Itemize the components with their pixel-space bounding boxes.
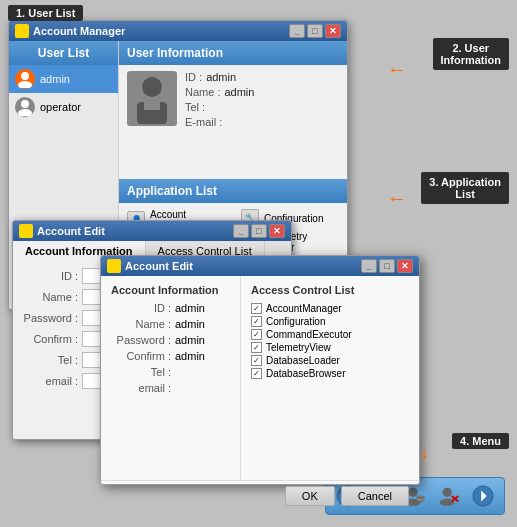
- acl-label-telemetry-view: TelemetryView: [266, 342, 331, 353]
- account-edit-2-title-left: Account Edit: [107, 259, 193, 273]
- svg-point-19: [443, 488, 452, 497]
- checkbox-database-browser[interactable]: ✓: [251, 368, 262, 379]
- annotation-4-label: 4. Menu: [452, 433, 509, 449]
- form-label-id-1: ID :: [23, 270, 78, 282]
- annotation-2-label: 2. UserInformation: [433, 38, 510, 70]
- email-label: E-mail :: [185, 116, 222, 128]
- svg-point-1: [18, 81, 32, 88]
- form-value-name-2: admin: [175, 318, 205, 330]
- acl-item-database-loader[interactable]: ✓ DatabaseLoader: [251, 354, 409, 367]
- acl-label-configuration: Configuration: [266, 316, 325, 327]
- account-edit-2-close[interactable]: ✕: [397, 259, 413, 273]
- acl-label-database-loader: DatabaseLoader: [266, 355, 340, 366]
- name-value: admin: [224, 86, 254, 98]
- account-edit-2-minimize[interactable]: _: [361, 259, 377, 273]
- checkbox-telemetry-view[interactable]: ✓: [251, 342, 262, 353]
- acl-item-database-browser[interactable]: ✓ DatabaseBrowser: [251, 367, 409, 380]
- user-name-operator: operator: [40, 101, 81, 113]
- acl-item-configuration[interactable]: ✓ Configuration: [251, 315, 409, 328]
- field-row-id: ID : admin: [185, 71, 254, 83]
- acl-label-account-manager: AccountManager: [266, 303, 342, 314]
- form-row-password-2: Password : admin: [111, 334, 230, 346]
- form-label-name-2: Name :: [111, 318, 171, 330]
- svg-point-3: [18, 109, 32, 116]
- svg-rect-6: [144, 102, 160, 110]
- form-label-tel-2: Tel :: [111, 366, 171, 378]
- access-control-col-header: Access Control List: [251, 284, 409, 296]
- account-edit-2-maximize[interactable]: □: [379, 259, 395, 273]
- form-row-email-2: email :: [111, 382, 230, 394]
- form-row-name-2: Name : admin: [111, 318, 230, 330]
- user-info-title: User Information: [127, 46, 223, 60]
- account-edit-2-titlebar: Account Edit _ □ ✕: [101, 256, 419, 276]
- user-item-operator[interactable]: operator: [9, 93, 118, 121]
- form-value-password-2: admin: [175, 334, 205, 346]
- acl-item-account-manager[interactable]: ✓ AccountManager: [251, 302, 409, 315]
- field-row-tel: Tel :: [185, 101, 254, 113]
- titlebar-icon: [15, 24, 29, 38]
- account-edit-1-icon: [19, 224, 33, 238]
- form-label-name-1: Name :: [23, 291, 78, 303]
- user-fields: ID : admin Name : admin Tel : E-mail :: [185, 71, 254, 128]
- ok-button[interactable]: OK: [285, 486, 335, 506]
- name-label: Name :: [185, 86, 220, 98]
- user-list-header: User List: [9, 41, 118, 65]
- account-info-col-header: Account Information: [111, 284, 230, 296]
- acl-item-command-executor[interactable]: ✓ CommandExecutor: [251, 328, 409, 341]
- titlebar-left: Account Manager: [15, 24, 125, 38]
- acl-label-database-browser: DatabaseBrowser: [266, 368, 345, 379]
- user-avatar-admin: [15, 69, 35, 89]
- dialog-footer: OK Cancel: [101, 480, 419, 511]
- user-delete-button[interactable]: [434, 482, 464, 510]
- field-row-name: Name : admin: [185, 86, 254, 98]
- forward-button[interactable]: [468, 482, 498, 510]
- account-edit-1-title: Account Edit: [37, 225, 105, 237]
- checkbox-configuration[interactable]: ✓: [251, 316, 262, 327]
- form-row-tel-2: Tel :: [111, 366, 230, 378]
- form-row-confirm-2: Confirm : admin: [111, 350, 230, 362]
- close-button[interactable]: ✕: [325, 24, 341, 38]
- annotation-1-label: 1. User List: [8, 5, 83, 21]
- account-edit-1-title-left: Account Edit: [19, 224, 105, 238]
- account-edit-2-form: ID : admin Name : admin Password : admin…: [111, 302, 230, 394]
- svg-point-0: [21, 72, 29, 80]
- user-info-body: ID : admin Name : admin Tel : E-mail :: [119, 65, 347, 179]
- form-row-id-2: ID : admin: [111, 302, 230, 314]
- form-value-id-2: admin: [175, 302, 205, 314]
- id-value: admin: [206, 71, 236, 83]
- account-info-col: Account Information ID : admin Name : ad…: [101, 276, 241, 480]
- checkbox-command-executor[interactable]: ✓: [251, 329, 262, 340]
- id-label: ID :: [185, 71, 202, 83]
- annotation-3-arrow: ←: [387, 187, 407, 210]
- main-titlebar: Account Manager _ □ ✕: [9, 21, 347, 41]
- form-label-confirm-1: Confirm :: [23, 333, 78, 345]
- form-label-tel-1: Tel :: [23, 354, 78, 366]
- account-edit-2-title: Account Edit: [125, 260, 193, 272]
- app-list-header: Application List: [119, 179, 347, 203]
- account-edit-2-btns: _ □ ✕: [361, 259, 413, 273]
- checkbox-database-loader[interactable]: ✓: [251, 355, 262, 366]
- cancel-button[interactable]: Cancel: [341, 486, 409, 506]
- acl-item-telemetry-view[interactable]: ✓ TelemetryView: [251, 341, 409, 354]
- minimize-button[interactable]: _: [289, 24, 305, 38]
- svg-point-4: [142, 77, 162, 97]
- acl-label-command-executor: CommandExecutor: [266, 329, 352, 340]
- form-label-email-2: email :: [111, 382, 171, 394]
- account-edit-1-buttons: _ □ ✕: [233, 224, 285, 238]
- account-edit-1-maximize[interactable]: □: [251, 224, 267, 238]
- checkbox-account-manager[interactable]: ✓: [251, 303, 262, 314]
- form-label-password-2: Password :: [111, 334, 171, 346]
- user-item-admin[interactable]: admin: [9, 65, 118, 93]
- maximize-button[interactable]: □: [307, 24, 323, 38]
- account-edit-1-close[interactable]: ✕: [269, 224, 285, 238]
- account-edit-1-titlebar: Account Edit _ □ ✕: [13, 221, 291, 241]
- account-edit-1-minimize[interactable]: _: [233, 224, 249, 238]
- main-window-title: Account Manager: [33, 25, 125, 37]
- user-avatar-operator: [15, 97, 35, 117]
- access-control-col: Access Control List ✓ AccountManager ✓ C…: [241, 276, 419, 480]
- tel-label: Tel :: [185, 101, 205, 113]
- account-edit2-content: Account Information ID : admin Name : ad…: [101, 276, 419, 480]
- annotation-4-arrow: ↓: [419, 440, 429, 463]
- form-value-confirm-2: admin: [175, 350, 205, 362]
- annotation-3-label: 3. ApplicationList: [421, 172, 509, 204]
